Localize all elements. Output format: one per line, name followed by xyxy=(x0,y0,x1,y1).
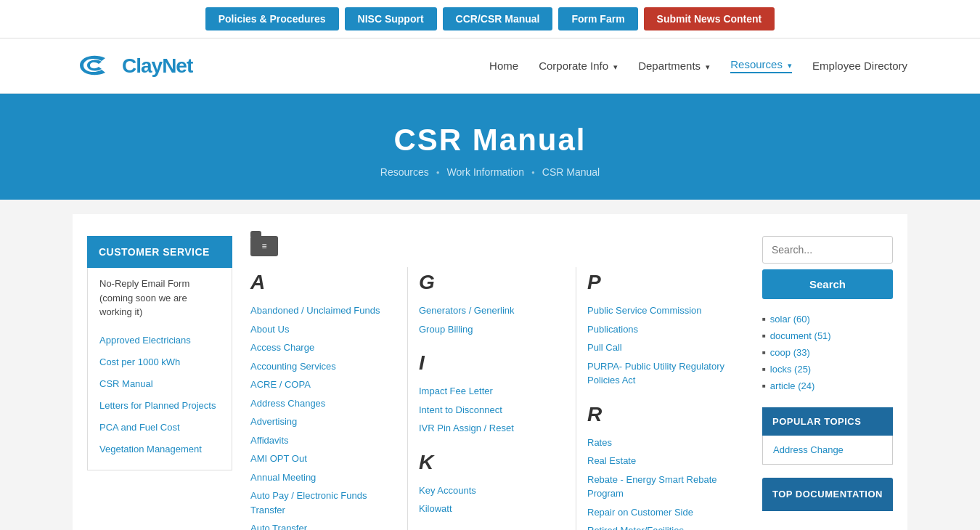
breadcrumb-resources[interactable]: Resources xyxy=(380,166,429,178)
letter-i: I xyxy=(419,351,565,375)
link-generators[interactable]: Generators / Generlink xyxy=(419,301,565,320)
tag-article[interactable]: article (24) xyxy=(762,378,893,394)
sidebar-csr-manual[interactable]: CSR Manual xyxy=(99,373,220,395)
logo-icon xyxy=(73,49,116,82)
main-nav: Home Corporate Info ▾ Departments ▾ Reso… xyxy=(489,58,907,73)
letter-g: G xyxy=(419,271,565,294)
nav-corporate[interactable]: Corporate Info ▾ xyxy=(539,60,618,72)
sidebar-approved-electricians[interactable]: Approved Electricians xyxy=(99,330,220,351)
link-affidavits[interactable]: Affidavits xyxy=(250,431,396,450)
link-rates[interactable]: Rates xyxy=(587,433,733,452)
link-real-estate[interactable]: Real Estate xyxy=(587,452,733,470)
submit-btn[interactable]: Submit News Content xyxy=(644,7,775,30)
logo-area: ClayNet xyxy=(73,49,192,82)
breadcrumb-dot-1: ● xyxy=(436,169,440,176)
nav-employee-directory[interactable]: Employee Directory xyxy=(812,60,907,72)
link-ivr-pin[interactable]: IVR Pin Assign / Reset xyxy=(419,419,565,438)
resources-arrow: ▾ xyxy=(788,61,792,70)
policies-btn[interactable]: Policies & Procedures xyxy=(205,7,339,30)
nav-resources[interactable]: Resources ▾ xyxy=(730,58,792,73)
folder-icon-container: ≡ xyxy=(250,236,744,256)
letter-r: R xyxy=(587,403,733,426)
tag-solar[interactable]: solar (60) xyxy=(762,311,893,327)
link-group-billing[interactable]: Group Billing xyxy=(419,320,565,339)
link-autopay[interactable]: Auto Pay / Electronic Funds Transfer xyxy=(250,486,396,519)
popular-address-change[interactable]: Address Change xyxy=(773,444,882,455)
link-public-service[interactable]: Public Service Commission xyxy=(587,301,733,320)
logo-text: ClayNet xyxy=(122,54,192,78)
right-sidebar: Search solar (60) document (51) coop (33… xyxy=(762,236,893,530)
hero-section: CSR Manual Resources ● Work Information … xyxy=(0,94,980,200)
link-impact-fee[interactable]: Impact Fee Letter xyxy=(419,382,565,401)
letter-a: A xyxy=(250,271,396,294)
link-address-changes[interactable]: Address Changes xyxy=(250,394,396,413)
alpha-col-2: G Generators / Generlink Group Billing I… xyxy=(408,267,576,530)
tag-document[interactable]: document (51) xyxy=(762,327,893,344)
sidebar-header: CUSTOMER SERVICE xyxy=(87,236,232,268)
dept-arrow: ▾ xyxy=(706,62,710,71)
nav-home[interactable]: Home xyxy=(489,60,518,72)
folder-tab xyxy=(250,231,261,237)
link-publications[interactable]: Publications xyxy=(587,320,733,339)
tag-list: solar (60) document (51) coop (33) locks… xyxy=(762,311,893,394)
popular-topics-body: Address Change xyxy=(762,436,893,465)
sidebar-cost-per-kwh[interactable]: Cost per 1000 kWh xyxy=(99,351,220,373)
nav-departments[interactable]: Departments ▾ xyxy=(638,60,710,72)
link-advertising[interactable]: Advertising xyxy=(250,412,396,431)
link-acre[interactable]: ACRE / COPA xyxy=(250,375,396,394)
sidebar-notice: No-Reply Email Form (coming soon we are … xyxy=(99,277,220,319)
link-rebate[interactable]: Rebate - Energy Smart Rebate Program xyxy=(587,470,733,503)
link-intent-disconnect[interactable]: Intent to Disconnect xyxy=(419,401,565,420)
link-access-charge[interactable]: Access Charge xyxy=(250,338,396,357)
top-bar: Policies & Procedures NISC Support CCR/C… xyxy=(0,0,980,38)
formfarm-btn[interactable]: Form Farm xyxy=(558,7,637,30)
breadcrumb-dot-2: ● xyxy=(531,169,535,176)
hero-title: CSR Manual xyxy=(15,123,965,158)
sidebar-letters-planned[interactable]: Letters for Planned Projects xyxy=(99,395,220,417)
link-repair[interactable]: Repair on Customer Side xyxy=(587,503,733,522)
popular-topics-header: POPULAR TOPICS xyxy=(762,407,893,436)
breadcrumb-work-info[interactable]: Work Information xyxy=(447,166,524,178)
nisc-btn[interactable]: NISC Support xyxy=(345,7,437,30)
folder-lines-icon: ≡ xyxy=(261,241,266,251)
ccr-btn[interactable]: CCR/CSR Manual xyxy=(443,7,553,30)
tag-locks[interactable]: locks (25) xyxy=(762,361,893,378)
folder-icon: ≡ xyxy=(250,236,278,256)
search-button[interactable]: Search xyxy=(762,269,893,299)
main-wrapper: CUSTOMER SERVICE No-Reply Email Form (co… xyxy=(73,214,907,530)
content-area: ≡ A Abandoned / Unclaimed Funds About Us… xyxy=(250,236,744,530)
link-pull-call[interactable]: Pull Call xyxy=(587,338,733,357)
sidebar-vegetation[interactable]: Vegetation Management xyxy=(99,439,220,460)
link-retired-meter[interactable]: Retired Meter/Facilities xyxy=(587,521,733,530)
corporate-arrow: ▾ xyxy=(613,62,618,71)
link-ami[interactable]: AMI OPT Out xyxy=(250,449,396,468)
link-kilowatt[interactable]: Kilowatt xyxy=(419,500,565,518)
letter-k: K xyxy=(419,451,565,474)
breadcrumb-csr: CSR Manual xyxy=(542,166,600,178)
breadcrumb: Resources ● Work Information ● CSR Manua… xyxy=(15,166,965,178)
header: ClayNet Home Corporate Info ▾ Department… xyxy=(0,38,980,94)
link-auto-transfer[interactable]: Auto Transfer xyxy=(250,519,396,530)
alpha-col-3: P Public Service Commission Publications… xyxy=(576,267,744,530)
sidebar-pca-fuel[interactable]: PCA and Fuel Cost xyxy=(99,417,220,439)
search-input[interactable] xyxy=(762,236,893,264)
sidebar-body: No-Reply Email Form (coming soon we are … xyxy=(87,268,232,470)
link-key-accounts[interactable]: Key Accounts xyxy=(419,481,565,500)
letter-p: P xyxy=(587,271,733,294)
alpha-col-1: A Abandoned / Unclaimed Funds About Us A… xyxy=(250,267,408,530)
link-accounting[interactable]: Accounting Services xyxy=(250,357,396,376)
link-purpa[interactable]: PURPA- Public Utility Regulatory Policie… xyxy=(587,357,733,390)
top-documentation-header: TOP DOCUMENTATION xyxy=(762,478,893,511)
link-about-us[interactable]: About Us xyxy=(250,320,396,339)
link-annual-meeting[interactable]: Annual Meeting xyxy=(250,468,396,487)
link-abandoned[interactable]: Abandoned / Unclaimed Funds xyxy=(250,301,396,320)
tag-coop[interactable]: coop (33) xyxy=(762,344,893,361)
alpha-grid: A Abandoned / Unclaimed Funds About Us A… xyxy=(250,267,744,530)
left-sidebar: CUSTOMER SERVICE No-Reply Email Form (co… xyxy=(87,236,232,530)
